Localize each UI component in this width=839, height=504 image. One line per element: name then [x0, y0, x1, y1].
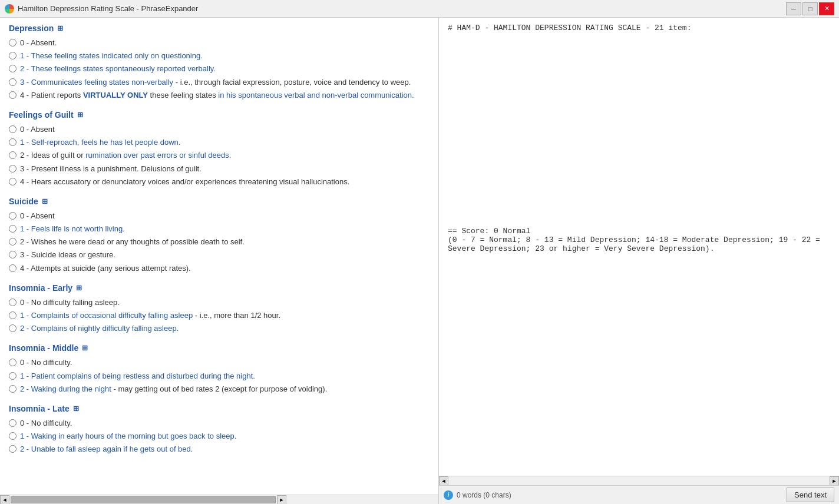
scroll-thumb-horizontal[interactable] — [11, 496, 276, 503]
list-item: 1 - Self-reproach, feels he has let peop… — [9, 137, 430, 148]
insomnia-early-edit-icon[interactable]: ⊞ — [76, 284, 82, 292]
section-title-insomnia-late: Insomnia - Late ⊞ — [9, 404, 430, 413]
list-item: 2 - Waking during the night - may gettin… — [9, 384, 430, 394]
insomnia-early-title-text: Insomnia - Early — [9, 283, 72, 293]
close-button[interactable]: ✕ — [819, 2, 834, 15]
send-text-button[interactable]: Send text — [787, 488, 834, 502]
app-icon — [5, 4, 14, 14]
insomnia-middle-radio-0[interactable] — [9, 359, 16, 366]
guilt-label-2: 2 - Ideas of guilt or rumination over pa… — [20, 150, 231, 161]
scroll-left-arrow[interactable]: ◄ — [0, 495, 9, 505]
guilt-label-1: 1 - Self-reproach, feels he has let peop… — [20, 137, 180, 148]
suicide-edit-icon[interactable]: ⊞ — [42, 197, 48, 205]
left-panel: Depression ⊞ 0 - Absent. 1 - These feeli… — [0, 18, 439, 504]
insomnia-late-title-text: Insomnia - Late — [9, 404, 70, 413]
title-bar-title: Hamilton Depression Rating Scale - Phras… — [18, 4, 198, 13]
right-horizontal-scrollbar[interactable]: ◄ ► — [439, 476, 839, 485]
right-text-content[interactable]: # HAM-D - HAMILTON DEPRESSION RATING SCA… — [439, 18, 839, 476]
list-item: 2 - Complains of nightly difficulty fall… — [9, 323, 430, 334]
list-item: 0 - No difficulty. — [9, 418, 430, 429]
guilt-radio-1[interactable] — [9, 138, 16, 146]
depression-title-text: Depression — [9, 24, 54, 33]
insomnia-early-radio-2[interactable] — [9, 324, 16, 332]
list-item: 4 - Hears accusatory or denunciatory voi… — [9, 177, 430, 187]
info-icon: i — [444, 490, 453, 500]
suicide-label-2: 2 - Wishes he were dead or any thoughts … — [20, 237, 245, 247]
guilt-radio-2[interactable] — [9, 151, 16, 159]
left-scroll-area[interactable]: Depression ⊞ 0 - Absent. 1 - These feeli… — [0, 18, 438, 495]
section-insomnia-late: Insomnia - Late ⊞ 0 - No difficulty. 1 -… — [9, 404, 430, 455]
section-title-depression: Depression ⊞ — [9, 24, 430, 33]
title-bar: Hamilton Depression Rating Scale - Phras… — [0, 0, 839, 18]
section-feelings-of-guilt: Feelings of Guilt ⊞ 0 - Absent 1 - Self-… — [9, 110, 430, 187]
suicide-radio-4[interactable] — [9, 264, 16, 272]
list-item: 0 - Absent — [9, 211, 430, 221]
insomnia-late-radio-2[interactable] — [9, 445, 16, 453]
insomnia-late-radio-0[interactable] — [9, 419, 16, 427]
list-item: 4 - Patient reports VIRTUALLY ONLY these… — [9, 90, 430, 101]
list-item: 0 - No difficulty. — [9, 357, 430, 368]
depression-edit-icon[interactable]: ⊞ — [57, 24, 63, 32]
insomnia-late-edit-icon[interactable]: ⊞ — [73, 404, 79, 413]
list-item: 2 - Wishes he were dead or any thoughts … — [9, 237, 430, 247]
guilt-label-0: 0 - Absent — [20, 124, 55, 135]
suicide-label-3: 3 - Suicide ideas or gesture. — [20, 250, 115, 260]
insomnia-late-label-2: 2 - Unable to fall asleep again if he ge… — [20, 444, 193, 455]
insomnia-early-label-1: 1 - Complaints of occasional difficulty … — [20, 310, 280, 321]
depression-radio-1[interactable] — [9, 52, 16, 59]
guilt-radio-4[interactable] — [9, 178, 16, 185]
list-item: 1 - Complaints of occasional difficulty … — [9, 310, 430, 321]
minimize-button[interactable]: ─ — [786, 2, 801, 15]
section-title-insomnia-early: Insomnia - Early ⊞ — [9, 283, 430, 293]
section-title-suicide: Suicide ⊞ — [9, 197, 430, 206]
section-suicide: Suicide ⊞ 0 - Absent 1 - Feels life is n… — [9, 197, 430, 274]
guilt-label-3: 3 - Present illness is a punishment. Del… — [20, 164, 202, 174]
maximize-button[interactable]: □ — [802, 2, 818, 15]
section-title-insomnia-middle: Insomnia - Middle ⊞ — [9, 343, 430, 353]
list-item: 3 - Communicates feeling states non-verb… — [9, 77, 430, 88]
suicide-radio-2[interactable] — [9, 238, 16, 246]
depression-label-3: 3 - Communicates feeling states non-verb… — [20, 77, 411, 88]
insomnia-early-radio-1[interactable] — [9, 311, 16, 319]
insomnia-middle-radio-2[interactable] — [9, 385, 16, 393]
list-item: 0 - No difficulty falling asleep. — [9, 297, 430, 308]
right-scroll-left-arrow[interactable]: ◄ — [439, 476, 448, 486]
insomnia-late-label-1: 1 - Waking in early hours of the morning… — [20, 431, 236, 442]
right-scroll-right-arrow[interactable]: ► — [830, 476, 839, 486]
list-item: 1 - Patient complains of being restless … — [9, 371, 430, 382]
list-item: 0 - Absent. — [9, 38, 430, 48]
suicide-radio-3[interactable] — [9, 251, 16, 258]
insomnia-early-label-2: 2 - Complains of nightly difficulty fall… — [20, 323, 179, 334]
guilt-radio-0[interactable] — [9, 125, 16, 133]
insomnia-middle-radio-1[interactable] — [9, 372, 16, 380]
insomnia-early-radio-0[interactable] — [9, 299, 16, 306]
list-item: 3 - Present illness is a punishment. Del… — [9, 164, 430, 174]
list-item: 3 - Suicide ideas or gesture. — [9, 250, 430, 260]
depression-radio-3[interactable] — [9, 78, 16, 86]
section-insomnia-middle: Insomnia - Middle ⊞ 0 - No difficulty. 1… — [9, 343, 430, 394]
list-item: 1 - These feeling states indicated only … — [9, 51, 430, 61]
section-insomnia-early: Insomnia - Early ⊞ 0 - No difficulty fal… — [9, 283, 430, 334]
insomnia-late-label-0: 0 - No difficulty. — [20, 418, 72, 429]
status-word-count: 0 words (0 chars) — [457, 491, 511, 499]
list-item: 1 - Feels life is not worth living. — [9, 224, 430, 234]
suicide-label-0: 0 - Absent — [20, 211, 55, 221]
depression-label-4: 4 - Patient reports VIRTUALLY ONLY these… — [20, 90, 414, 101]
list-item: 2 - Ideas of guilt or rumination over pa… — [9, 150, 430, 161]
suicide-radio-0[interactable] — [9, 212, 16, 220]
insomnia-middle-label-0: 0 - No difficulty. — [20, 357, 72, 368]
depression-radio-0[interactable] — [9, 39, 16, 47]
insomnia-middle-edit-icon[interactable]: ⊞ — [82, 344, 88, 352]
depression-radio-4[interactable] — [9, 91, 16, 99]
depression-label-2: 2 - These feelings states spontaneously … — [20, 64, 216, 74]
depression-radio-2[interactable] — [9, 65, 16, 72]
status-info: i 0 words (0 chars) — [444, 490, 511, 500]
guilt-radio-3[interactable] — [9, 165, 16, 173]
feelings-of-guilt-title-text: Feelings of Guilt — [9, 110, 74, 120]
feelings-of-guilt-edit-icon[interactable]: ⊞ — [77, 111, 83, 119]
scroll-right-arrow[interactable]: ► — [277, 495, 286, 505]
section-title-feelings-of-guilt: Feelings of Guilt ⊞ — [9, 110, 430, 120]
left-horizontal-scrollbar[interactable]: ◄ ► — [0, 495, 438, 504]
insomnia-late-radio-1[interactable] — [9, 432, 16, 440]
suicide-radio-1[interactable] — [9, 225, 16, 233]
